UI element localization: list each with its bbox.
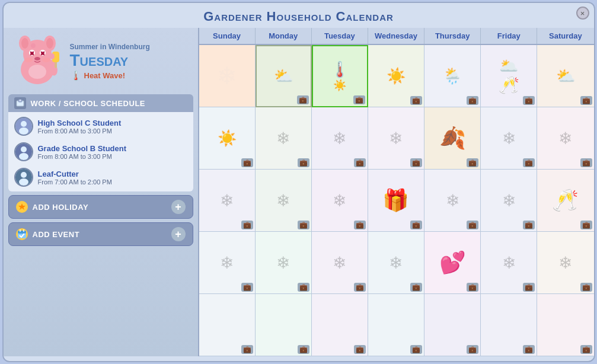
cal-cell-0-2[interactable]: 🌡️ ☀️ 💼	[312, 45, 368, 107]
briefcase-1-3: 💼	[410, 158, 422, 167]
cal-cell-4-2[interactable]: 💼	[312, 294, 368, 356]
briefcase-3-4: 💼	[467, 283, 478, 292]
cal-cell-1-6[interactable]: ❄ 💼	[537, 107, 593, 170]
cal-cell-0-3[interactable]: ☀️ 💼	[368, 45, 424, 107]
cal-cell-2-3[interactable]: 🎁 💼	[368, 170, 424, 232]
briefcase-0-5: 💼	[523, 96, 535, 105]
close-button[interactable]: ×	[576, 7, 589, 20]
svg-point-27	[21, 121, 27, 127]
cal-cell-3-0[interactable]: ❄ 💼	[199, 232, 256, 294]
work-school-label: Work / School Schedule	[31, 99, 146, 108]
svg-rect-25	[20, 100, 21, 101]
work-school-section: Work / School Schedule High School C	[8, 94, 193, 191]
header-friday: Friday	[481, 28, 537, 44]
briefcase-3-6: 💼	[580, 283, 592, 292]
add-event-button[interactable]: Add Event +	[8, 222, 193, 246]
briefcase-3-0: 💼	[241, 283, 253, 292]
briefcase-1-2: 💼	[354, 158, 366, 167]
svg-point-5	[46, 38, 53, 49]
briefcase-4-3: 💼	[410, 345, 422, 354]
cal-cell-4-3[interactable]: 💼	[368, 294, 424, 356]
briefcase-3-2: 💼	[354, 283, 366, 292]
cal-cell-4-6[interactable]: 💼	[537, 294, 593, 356]
briefcase-0-2: 💼	[353, 95, 365, 104]
briefcase-2-0: 💼	[241, 221, 253, 229]
briefcase-4-5: 💼	[523, 345, 535, 354]
main-window: × Gardener Household Calendar	[2, 2, 595, 362]
briefcase-4-1: 💼	[298, 345, 309, 354]
weather-icon-0-2: 🌡️	[330, 60, 349, 79]
cal-cell-3-3[interactable]: ❄ 💼	[368, 232, 424, 294]
svg-point-22	[31, 43, 36, 48]
schedule-item-1: Grade School B Student From 8:00 AM to 3…	[11, 140, 191, 164]
cal-cell-4-1[interactable]: 💼	[256, 294, 312, 356]
current-day: Tuesday	[70, 51, 191, 70]
cal-cell-1-3[interactable]: ❄ 💼	[368, 107, 424, 170]
cal-cell-3-1[interactable]: ❄ 💼	[256, 232, 312, 294]
content-area: Summer in Windenburg Tuesday 🌡️ Heat Wav…	[4, 28, 594, 356]
svg-rect-38	[18, 231, 26, 234]
cal-cell-3-5[interactable]: ❄ 💼	[481, 232, 537, 294]
cal-cell-2-6[interactable]: 🥂 💼	[537, 170, 593, 232]
weather-icon-0-5: 🌥️	[499, 57, 518, 75]
window-title: Gardener Household Calendar	[4, 3, 594, 28]
cal-cell-0-0[interactable]: ❄	[199, 45, 256, 107]
cal-cell-1-4[interactable]: 🍂 💼	[424, 107, 481, 170]
add-holiday-button[interactable]: Add Holiday +	[8, 195, 193, 219]
cal-cell-2-5[interactable]: ❄ 💼	[481, 170, 537, 232]
weather-icon-0-6: ⛅	[556, 67, 575, 85]
svg-point-34	[19, 178, 28, 186]
mascot	[11, 35, 64, 88]
briefcase-2-1: 💼	[298, 221, 309, 229]
work-school-icon	[14, 97, 26, 109]
add-event-plus[interactable]: +	[171, 227, 186, 241]
cal-cell-2-1[interactable]: ❄ 💼	[256, 170, 312, 232]
svg-point-18	[50, 53, 55, 59]
event-icon-1-4: 🍂	[439, 126, 466, 151]
season-text: Summer in Windenburg Tuesday 🌡️ Heat Wav…	[70, 43, 191, 81]
cal-cell-0-6[interactable]: ⛅ 💼	[537, 45, 593, 107]
cal-cell-2-2[interactable]: ❄ 💼	[312, 170, 368, 232]
cal-cell-3-4[interactable]: 💕 💼	[424, 232, 481, 294]
svg-point-20	[42, 58, 50, 62]
svg-point-33	[21, 172, 27, 178]
weather-icon-1-0: ☀️	[218, 129, 237, 148]
cal-cell-2-0[interactable]: ❄ 💼	[199, 170, 256, 232]
cal-cell-4-0[interactable]: 💼	[199, 294, 256, 356]
cal-cell-0-1[interactable]: ⛅ 💼	[256, 45, 312, 107]
avatar-2	[14, 168, 33, 187]
left-panel: Summer in Windenburg Tuesday 🌡️ Heat Wav…	[4, 28, 199, 356]
add-holiday-plus[interactable]: +	[171, 200, 186, 214]
cal-cell-0-4[interactable]: 🌦️ 💼	[424, 45, 481, 107]
avatar-1	[14, 142, 33, 161]
weather-icon-0-1: ⛅	[274, 67, 293, 85]
snowflake-1-6: ❄	[558, 129, 572, 148]
briefcase-1-0: 💼	[241, 158, 253, 167]
cal-cell-1-0[interactable]: ☀️ 💼	[199, 107, 256, 170]
briefcase-2-3: 💼	[410, 221, 422, 229]
weather-icon-0-3: ☀️	[387, 67, 406, 85]
cal-cell-2-4[interactable]: ❄ 💼	[424, 170, 481, 232]
snowflake-1-2: ❄	[333, 129, 346, 148]
heat-wave-indicator: 🌡️ Heat Wave!	[70, 70, 191, 81]
cal-cell-4-5[interactable]: 💼	[481, 294, 537, 356]
header-sunday: Sunday	[199, 28, 256, 44]
holiday-icon	[16, 201, 28, 213]
cal-cell-1-2[interactable]: ❄ 💼	[312, 107, 368, 170]
add-event-label: Add Event	[33, 230, 80, 239]
cal-cell-1-5[interactable]: ❄ 💼	[481, 107, 537, 170]
briefcase-3-5: 💼	[523, 283, 535, 292]
briefcase-4-4: 💼	[467, 345, 478, 354]
add-holiday-label: Add Holiday	[33, 203, 89, 212]
avatar-0	[14, 117, 33, 136]
briefcase-1-5: 💼	[523, 158, 535, 167]
cal-cell-1-1[interactable]: ❄ 💼	[256, 107, 312, 170]
briefcase-4-0: 💼	[241, 345, 253, 354]
cal-cell-0-5[interactable]: 🌥️ 🥂 💼	[481, 45, 537, 107]
svg-point-31	[19, 153, 28, 160]
cal-cell-3-6[interactable]: ❄ 💼	[537, 232, 593, 294]
svg-point-28	[19, 127, 28, 135]
cal-cell-3-2[interactable]: ❄ 💼	[312, 232, 368, 294]
cal-cell-4-4[interactable]: 💼	[424, 294, 481, 356]
briefcase-1-4: 💼	[467, 158, 478, 167]
